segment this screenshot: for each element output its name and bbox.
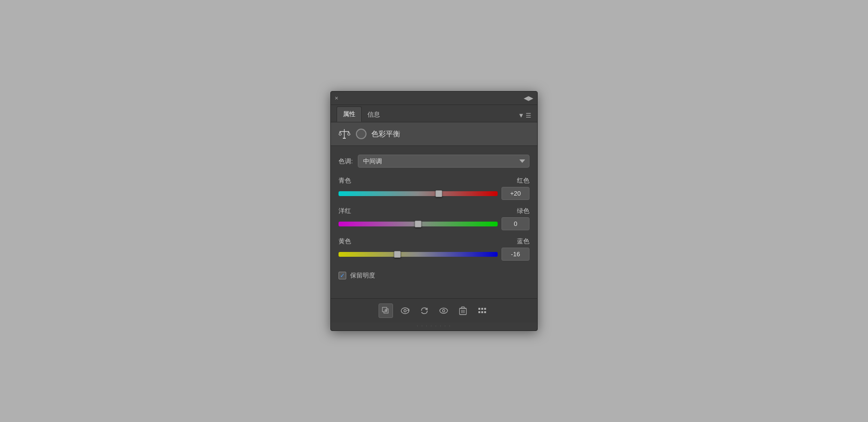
cyan-red-track[interactable] [339,189,498,198]
magenta-green-slider-input [339,217,529,230]
tone-label: 色调: [339,157,353,166]
yellow-blue-slider-row: 黄色 蓝色 [339,237,529,261]
svg-rect-19 [478,308,480,310]
cyan-red-thumb[interactable] [435,190,442,197]
blue-label: 蓝色 [517,237,529,246]
yellow-blue-track[interactable] [339,250,498,259]
yellow-blue-slider-input [339,248,529,261]
cyan-red-slider-input [339,187,529,200]
cyan-red-gradient [339,191,498,196]
tab-info[interactable]: 信息 [362,107,386,122]
resize-handle: · · · · · · · · [331,322,537,330]
panel-body: 色调: 高光 中间调 暗调 青色 红色 [331,146,537,298]
preserve-luminosity-checkbox[interactable]: ✓ [339,272,346,279]
eye-refresh-button[interactable] [398,303,412,318]
title-bar: × ◀▶ [331,92,537,105]
svg-rect-4 [382,307,387,312]
sliders-section: 青色 红色 洋红 绿色 [339,176,529,261]
cyan-red-slider-row: 青色 红色 [339,176,529,200]
svg-point-8 [404,309,407,312]
new-layer-button[interactable] [379,303,393,318]
svg-rect-23 [481,311,483,313]
magenta-green-slider-row: 洋红 绿色 [339,207,529,230]
reset-button[interactable] [417,303,432,318]
yellow-label: 黄色 [339,237,351,246]
cyan-label: 青色 [339,176,351,185]
svg-rect-24 [484,311,486,313]
tab-menu-button[interactable]: ▼ ☰ [518,112,531,122]
tone-select[interactable]: 高光 中间调 暗调 [358,155,529,168]
dropdown-icon: ▼ [518,112,524,119]
svg-rect-20 [481,308,483,310]
layer-thumb-icon [356,129,366,139]
menu-icon: ☰ [526,112,531,119]
cyan-red-labels: 青色 红色 [339,176,529,185]
properties-panel: × ◀▶ 属性 信息 ▼ ☰ 色彩平衡 [330,91,538,331]
footer-toolbar [331,298,537,322]
tabs-bar: 属性 信息 ▼ ☰ [331,105,537,122]
balance-icon [338,127,351,141]
yellow-blue-gradient [339,252,498,257]
magenta-green-labels: 洋红 绿色 [339,207,529,215]
preserve-luminosity-label: 保留明度 [350,271,375,280]
tab-properties[interactable]: 属性 [337,106,362,122]
preserve-luminosity-row: ✓ 保留明度 [339,271,529,280]
tone-row: 色调: 高光 中间调 暗调 [339,155,529,168]
yellow-blue-value[interactable] [502,248,529,261]
svg-point-9 [440,308,448,313]
nav-arrows[interactable]: ◀▶ [524,94,533,102]
more-options-button[interactable] [475,303,489,318]
svg-point-10 [443,309,445,312]
magenta-green-track[interactable] [339,219,498,229]
magenta-label: 洋红 [339,207,351,215]
visibility-button[interactable] [436,303,451,318]
panel-title: 色彩平衡 [371,130,400,139]
green-label: 绿色 [517,207,529,215]
checkmark-icon: ✓ [340,273,345,278]
yellow-blue-thumb[interactable] [394,251,401,258]
delete-button[interactable] [456,303,470,318]
yellow-blue-labels: 黄色 蓝色 [339,237,529,246]
magenta-green-value[interactable] [502,217,529,230]
close-button[interactable]: × [335,94,339,102]
svg-rect-21 [484,308,486,310]
cyan-red-value[interactable] [502,187,529,200]
red-label: 红色 [517,176,529,185]
panel-header: 色彩平衡 [331,122,537,146]
svg-rect-22 [478,311,480,313]
svg-rect-2 [343,138,346,139]
magenta-green-thumb[interactable] [415,221,421,227]
